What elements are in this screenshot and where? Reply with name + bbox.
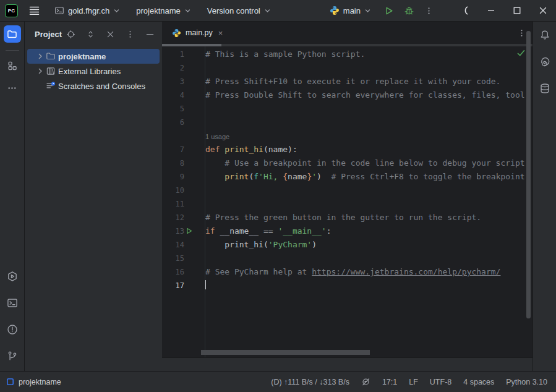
expand-collapse-button[interactable] <box>85 28 96 40</box>
remote-host-selector[interactable]: gold.fhgr.ch <box>51 3 124 18</box>
gutter-row: 12 <box>162 211 205 224</box>
tab-options-button[interactable] <box>517 28 526 38</box>
status-bar: projektname (D) ↑111 B/s / ↓313 B/s 17:1… <box>0 371 556 392</box>
gutter-row: 6 <box>162 116 205 129</box>
scratches-icon <box>46 81 58 91</box>
run-line-icon[interactable] <box>185 227 193 235</box>
gutter-row: 8 <box>162 156 205 170</box>
terminal-icon <box>54 6 64 15</box>
network-speed-widget[interactable]: (D) ↑111 B/s / ↓313 B/s <box>271 378 349 386</box>
interpreter-widget[interactable]: Python 3.10 <box>506 378 547 386</box>
version-control-tool-button[interactable] <box>4 347 21 365</box>
left-toolbar <box>0 22 25 371</box>
horizontal-scrollbar[interactable] <box>201 350 370 355</box>
editor-gutter: 1234567891011121314151617 <box>162 48 205 292</box>
hide-panel-button[interactable] <box>144 28 156 40</box>
tab-label: main.py <box>186 28 213 37</box>
gutter-row: 3 <box>162 75 205 88</box>
close-button[interactable] <box>530 0 556 22</box>
line-number: 12 <box>176 211 184 224</box>
tree-item-label: External Libraries <box>58 67 121 76</box>
usages-inlay-hint[interactable]: 1 usage <box>205 129 525 143</box>
chevron-down-icon <box>184 7 191 14</box>
gutter-row: 1 <box>162 48 205 61</box>
status-project-label: projektname <box>19 378 61 386</box>
project-tool-button[interactable] <box>4 25 21 43</box>
code-line <box>205 116 525 129</box>
code-viewport[interactable]: 1234567891011121314151617 # This is a sa… <box>162 46 532 371</box>
database-button[interactable] <box>536 80 554 97</box>
minimize-icon <box>487 6 495 15</box>
crescent-button[interactable] <box>452 0 478 22</box>
gutter-row: 10 <box>162 184 205 197</box>
toolbar-divider <box>6 50 19 51</box>
ai-assistant-button[interactable] <box>536 53 554 70</box>
line-number: 14 <box>176 238 184 252</box>
minimize-button[interactable] <box>478 0 504 22</box>
indent-widget[interactable]: 4 spaces <box>463 378 494 386</box>
vcs-selector[interactable]: Version control <box>203 4 275 18</box>
code-line <box>205 197 525 211</box>
gutter-row <box>162 129 205 143</box>
vcs-selector-label: Version control <box>207 6 260 15</box>
structure-tool-button[interactable] <box>4 57 21 74</box>
encoding-widget[interactable]: UTF-8 <box>430 378 451 386</box>
collapse-all-button[interactable] <box>105 28 116 40</box>
tree-item-label: projektname <box>58 52 106 61</box>
code-line: print(f'Hi, {name}') # Press Ctrl+F8 to … <box>205 170 525 184</box>
line-number: 8 <box>180 156 184 170</box>
terminal-tool-icon <box>7 297 18 309</box>
more-tool-windows-button[interactable] <box>4 79 21 96</box>
tree-item-label: Scratches and Consoles <box>58 82 145 91</box>
editor-bottom-strip <box>162 357 532 371</box>
debug-button[interactable] <box>401 3 417 19</box>
gutter-row: 13 <box>162 224 205 238</box>
line-number: 5 <box>180 102 184 116</box>
gutter-row: 16 <box>162 265 205 279</box>
run-button[interactable] <box>381 3 396 19</box>
problems-tool-button[interactable] <box>4 321 21 338</box>
folder-icon <box>7 29 17 40</box>
code-line: # See PyCharm help at https://www.jetbra… <box>205 265 525 279</box>
code-line: # This is a sample Python script. <box>205 48 525 61</box>
run-configuration-selector[interactable]: main <box>325 3 376 18</box>
line-number: 3 <box>180 75 184 88</box>
line-separator-widget[interactable]: LF <box>409 378 418 386</box>
status-project-widget[interactable]: projektname <box>6 378 61 386</box>
services-tool-button[interactable] <box>4 268 21 285</box>
main-menu-icon <box>29 6 40 16</box>
pycharm-logo: PC <box>5 4 18 17</box>
hide-panel-icon <box>145 30 155 39</box>
locate-file-button[interactable] <box>65 28 77 40</box>
gutter-row: 15 <box>162 252 205 265</box>
tree-item-scratches-and-consoles[interactable]: Scratches and Consoles <box>27 79 160 93</box>
main-menu-button[interactable] <box>27 3 42 19</box>
editor-area: main.py × 1234567891011121314151617 # Th… <box>162 22 532 371</box>
more-actions-button[interactable] <box>422 4 436 18</box>
inspections-passed-icon[interactable] <box>517 49 525 57</box>
chevron-right-icon[interactable] <box>35 53 46 60</box>
expand-collapse-icon <box>86 30 95 39</box>
tab-main-py[interactable]: main.py × <box>162 22 231 44</box>
notifications-button[interactable] <box>536 27 554 44</box>
tree-item-projektname[interactable]: projektname <box>27 49 160 64</box>
panel-options-button[interactable] <box>124 28 136 40</box>
gutter-row: 17 <box>162 279 205 292</box>
gutter-row: 2 <box>162 61 205 75</box>
inspections-off-icon[interactable] <box>361 377 370 386</box>
gutter-row: 7 <box>162 143 205 156</box>
services-icon <box>7 271 18 282</box>
maximize-button[interactable] <box>504 0 530 22</box>
terminal-tool-button[interactable] <box>4 294 21 312</box>
code-line <box>205 279 525 292</box>
project-selector[interactable]: projektname <box>132 4 195 18</box>
problems-icon <box>7 324 18 335</box>
chevron-right-icon[interactable] <box>35 67 46 75</box>
vertical-scrollbar[interactable] <box>526 31 531 318</box>
tree-item-external-libraries[interactable]: External Libraries <box>27 64 160 79</box>
tab-close-icon[interactable]: × <box>217 28 225 38</box>
structure-icon <box>7 61 17 71</box>
chevron-down-icon <box>264 7 271 14</box>
caret-position-widget[interactable]: 17:1 <box>382 378 397 386</box>
python-logo-icon <box>330 6 340 15</box>
